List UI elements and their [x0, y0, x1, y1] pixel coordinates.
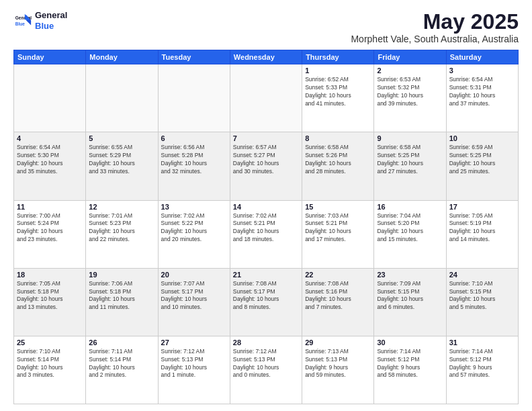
calendar-cell: 23Sunrise: 7:09 AM Sunset: 5:15 PM Dayli…: [374, 268, 446, 336]
calendar-day-header: Monday: [86, 50, 158, 64]
page: General Blue General Blue May 2025 Morph…: [0, 0, 532, 411]
day-info: Sunrise: 7:11 AM Sunset: 5:14 PM Dayligh…: [89, 348, 154, 380]
day-number: 6: [161, 134, 227, 142]
logo-icon: General Blue: [13, 11, 32, 30]
calendar-cell: 20Sunrise: 7:07 AM Sunset: 5:17 PM Dayli…: [158, 268, 230, 336]
calendar-cell: 25Sunrise: 7:10 AM Sunset: 5:14 PM Dayli…: [14, 336, 86, 404]
calendar-cell: 6Sunrise: 6:56 AM Sunset: 5:28 PM Daylig…: [158, 132, 230, 200]
day-info: Sunrise: 6:57 AM Sunset: 5:27 PM Dayligh…: [233, 144, 299, 176]
day-info: Sunrise: 7:05 AM Sunset: 5:18 PM Dayligh…: [17, 280, 83, 312]
day-info: Sunrise: 7:04 AM Sunset: 5:20 PM Dayligh…: [377, 212, 443, 244]
day-info: Sunrise: 7:08 AM Sunset: 5:16 PM Dayligh…: [305, 280, 371, 312]
calendar-cell: [230, 64, 302, 132]
day-number: 28: [233, 338, 299, 347]
title-block: May 2025 Morphett Vale, South Australia,…: [351, 10, 519, 44]
day-info: Sunrise: 7:08 AM Sunset: 5:17 PM Dayligh…: [233, 280, 299, 312]
day-info: Sunrise: 7:09 AM Sunset: 5:15 PM Dayligh…: [377, 280, 443, 312]
calendar-week-row: 4Sunrise: 6:54 AM Sunset: 5:30 PM Daylig…: [14, 132, 519, 200]
calendar-table: SundayMondayTuesdayWednesdayThursdayFrid…: [13, 50, 519, 404]
calendar-cell: 26Sunrise: 7:11 AM Sunset: 5:14 PM Dayli…: [86, 336, 158, 404]
day-info: Sunrise: 7:00 AM Sunset: 5:24 PM Dayligh…: [17, 212, 83, 244]
calendar-cell: 2Sunrise: 6:53 AM Sunset: 5:32 PM Daylig…: [374, 64, 446, 132]
day-number: 27: [161, 338, 227, 347]
calendar-cell: 11Sunrise: 7:00 AM Sunset: 5:24 PM Dayli…: [14, 200, 86, 268]
day-number: 11: [17, 203, 83, 211]
header: General Blue General Blue May 2025 Morph…: [13, 10, 519, 44]
main-title: May 2025: [351, 10, 519, 34]
day-number: 18: [17, 271, 83, 279]
day-number: 4: [17, 134, 83, 142]
calendar-cell: 28Sunrise: 7:12 AM Sunset: 5:13 PM Dayli…: [230, 336, 302, 404]
calendar-cell: 22Sunrise: 7:08 AM Sunset: 5:16 PM Dayli…: [302, 268, 374, 336]
day-number: 29: [305, 338, 371, 347]
day-info: Sunrise: 7:03 AM Sunset: 5:21 PM Dayligh…: [305, 212, 371, 244]
calendar-cell: 1Sunrise: 6:52 AM Sunset: 5:33 PM Daylig…: [302, 64, 374, 132]
day-info: Sunrise: 7:02 AM Sunset: 5:21 PM Dayligh…: [233, 212, 299, 244]
calendar-cell: 14Sunrise: 7:02 AM Sunset: 5:21 PM Dayli…: [230, 200, 302, 268]
calendar-cell: 5Sunrise: 6:55 AM Sunset: 5:29 PM Daylig…: [86, 132, 158, 200]
calendar-cell: 13Sunrise: 7:02 AM Sunset: 5:22 PM Dayli…: [158, 200, 230, 268]
day-info: Sunrise: 6:56 AM Sunset: 5:28 PM Dayligh…: [161, 144, 227, 176]
day-info: Sunrise: 7:06 AM Sunset: 5:18 PM Dayligh…: [89, 280, 154, 312]
day-info: Sunrise: 7:10 AM Sunset: 5:14 PM Dayligh…: [17, 348, 83, 380]
calendar-cell: 18Sunrise: 7:05 AM Sunset: 5:18 PM Dayli…: [14, 268, 86, 336]
calendar-cell: [86, 64, 158, 132]
calendar-day-header: Thursday: [302, 50, 374, 64]
calendar-cell: 15Sunrise: 7:03 AM Sunset: 5:21 PM Dayli…: [302, 200, 374, 268]
day-number: 22: [305, 271, 371, 279]
day-info: Sunrise: 6:59 AM Sunset: 5:25 PM Dayligh…: [449, 144, 515, 176]
calendar-cell: 24Sunrise: 7:10 AM Sunset: 5:15 PM Dayli…: [446, 268, 518, 336]
day-number: 1: [305, 66, 371, 75]
day-info: Sunrise: 7:02 AM Sunset: 5:22 PM Dayligh…: [161, 212, 227, 244]
day-number: 21: [233, 271, 299, 279]
day-number: 10: [449, 134, 515, 142]
day-info: Sunrise: 7:12 AM Sunset: 5:13 PM Dayligh…: [233, 348, 299, 380]
day-number: 24: [449, 271, 515, 279]
day-info: Sunrise: 6:54 AM Sunset: 5:31 PM Dayligh…: [449, 76, 515, 108]
day-number: 15: [305, 203, 371, 211]
calendar-day-header: Saturday: [446, 50, 518, 64]
day-number: 26: [89, 338, 154, 347]
day-info: Sunrise: 7:13 AM Sunset: 5:13 PM Dayligh…: [305, 348, 371, 380]
calendar-cell: 10Sunrise: 6:59 AM Sunset: 5:25 PM Dayli…: [446, 132, 518, 200]
day-number: 12: [89, 203, 154, 211]
calendar-cell: 16Sunrise: 7:04 AM Sunset: 5:20 PM Dayli…: [374, 200, 446, 268]
day-info: Sunrise: 7:10 AM Sunset: 5:15 PM Dayligh…: [449, 280, 515, 312]
day-info: Sunrise: 6:52 AM Sunset: 5:33 PM Dayligh…: [305, 76, 371, 108]
calendar-cell: [158, 64, 230, 132]
subtitle: Morphett Vale, South Australia, Australi…: [351, 34, 519, 44]
calendar-header-row: SundayMondayTuesdayWednesdayThursdayFrid…: [14, 50, 519, 64]
calendar-day-header: Friday: [374, 50, 446, 64]
calendar-cell: 17Sunrise: 7:05 AM Sunset: 5:19 PM Dayli…: [446, 200, 518, 268]
calendar-cell: [14, 64, 86, 132]
calendar-week-row: 18Sunrise: 7:05 AM Sunset: 5:18 PM Dayli…: [14, 268, 519, 336]
day-number: 23: [377, 271, 443, 279]
day-info: Sunrise: 7:14 AM Sunset: 5:12 PM Dayligh…: [377, 348, 443, 380]
calendar-week-row: 1Sunrise: 6:52 AM Sunset: 5:33 PM Daylig…: [14, 64, 519, 132]
day-number: 14: [233, 203, 299, 211]
calendar-cell: 30Sunrise: 7:14 AM Sunset: 5:12 PM Dayli…: [374, 336, 446, 404]
day-info: Sunrise: 6:53 AM Sunset: 5:32 PM Dayligh…: [377, 76, 443, 108]
calendar-week-row: 11Sunrise: 7:00 AM Sunset: 5:24 PM Dayli…: [14, 200, 519, 268]
day-info: Sunrise: 7:05 AM Sunset: 5:19 PM Dayligh…: [449, 212, 515, 244]
logo-text: General Blue: [35, 10, 67, 31]
day-number: 31: [449, 338, 515, 347]
calendar-cell: 12Sunrise: 7:01 AM Sunset: 5:23 PM Dayli…: [86, 200, 158, 268]
day-number: 5: [89, 134, 154, 142]
calendar-day-header: Wednesday: [230, 50, 302, 64]
day-info: Sunrise: 6:58 AM Sunset: 5:25 PM Dayligh…: [377, 144, 443, 176]
day-number: 30: [377, 338, 443, 347]
day-number: 2: [377, 66, 443, 75]
day-info: Sunrise: 7:12 AM Sunset: 5:13 PM Dayligh…: [161, 348, 227, 380]
day-number: 20: [161, 271, 227, 279]
svg-text:Blue: Blue: [15, 21, 25, 26]
day-number: 3: [449, 66, 515, 75]
calendar-cell: 4Sunrise: 6:54 AM Sunset: 5:30 PM Daylig…: [14, 132, 86, 200]
calendar-cell: 3Sunrise: 6:54 AM Sunset: 5:31 PM Daylig…: [446, 64, 518, 132]
calendar-cell: 21Sunrise: 7:08 AM Sunset: 5:17 PM Dayli…: [230, 268, 302, 336]
calendar-week-row: 25Sunrise: 7:10 AM Sunset: 5:14 PM Dayli…: [14, 336, 519, 404]
calendar-day-header: Sunday: [14, 50, 86, 64]
day-number: 9: [377, 134, 443, 142]
calendar-cell: 9Sunrise: 6:58 AM Sunset: 5:25 PM Daylig…: [374, 132, 446, 200]
day-info: Sunrise: 7:01 AM Sunset: 5:23 PM Dayligh…: [89, 212, 154, 244]
